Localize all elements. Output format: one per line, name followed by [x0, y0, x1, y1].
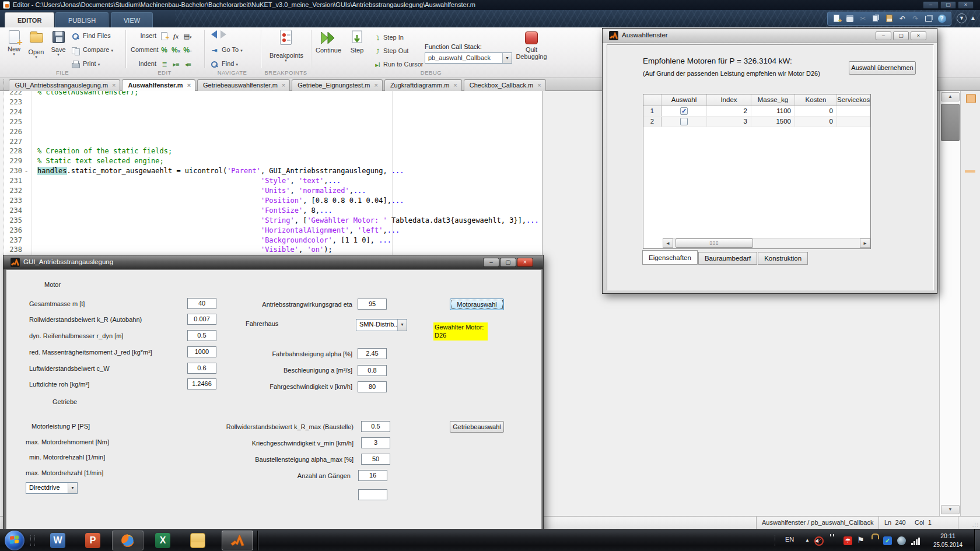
taskbar-clock[interactable]: 20:11 25.05.2014: [930, 532, 966, 549]
switch-windows-icon[interactable]: [924, 14, 933, 23]
gear-type-dropdown[interactable]: Directdrive ▾: [26, 482, 78, 494]
ribbon-collapse-icon[interactable]: ▲: [970, 15, 976, 21]
smart-indent-icon[interactable]: ≣: [160, 60, 169, 69]
main-close-button[interactable]: ×: [958, 1, 974, 9]
dropbox-icon[interactable]: ✓: [883, 536, 892, 545]
taskbar-explorer[interactable]: [182, 531, 214, 550]
quit-debugging-button[interactable]: Quit Debugging: [513, 31, 550, 60]
edit-field-fahrbahnsteigung[interactable]: 2.45: [358, 348, 387, 359]
edit-field-anzahl-gaenge[interactable]: 16: [358, 470, 387, 481]
open-button[interactable]: Open▾: [26, 30, 47, 59]
tray-grip[interactable]: [775, 535, 779, 546]
line-number[interactable]: 224: [1, 107, 22, 117]
line-number[interactable]: 222: [1, 91, 22, 97]
comment-icon[interactable]: %: [160, 46, 169, 55]
edit-field-beschleunigung[interactable]: 0.8: [358, 365, 387, 376]
scroll-down-icon[interactable]: ▼: [941, 505, 960, 514]
uncomment-icon[interactable]: %x: [172, 46, 180, 55]
indent-left-icon[interactable]: ◂≡: [183, 60, 192, 69]
tab-close-icon[interactable]: ×: [112, 82, 116, 89]
tab-Eigenschaften[interactable]: Eigenschaften: [642, 250, 698, 265]
undo-icon[interactable]: ↶: [898, 14, 907, 23]
signal-strength-icon[interactable]: [911, 536, 920, 545]
scroll-right-icon[interactable]: ►: [860, 238, 870, 248]
line-number[interactable]: 227: [1, 137, 22, 147]
editor-tab-Getriebe_Eignungstest.m[interactable]: Getriebe_Eignungstest.m×: [292, 79, 383, 91]
help-icon[interactable]: ?: [937, 14, 947, 23]
edit-field-reifenhalbmesser[interactable]: 0.5: [187, 330, 216, 341]
line-number[interactable]: 236: [1, 226, 22, 236]
taskbar-excel[interactable]: X: [147, 531, 178, 550]
edit-field-partial[interactable]: [358, 489, 387, 500]
back-icon[interactable]: [211, 30, 217, 38]
editor-tab-Getriebeauswahlfenster.m[interactable]: Getriebeauswahlfenster.m×: [197, 79, 290, 91]
paste-icon[interactable]: [884, 14, 894, 23]
auswahl-close-button[interactable]: ×: [911, 31, 926, 40]
main-maximize-button[interactable]: ▢: [940, 1, 956, 9]
taskbar-powerpoint[interactable]: P: [77, 531, 108, 550]
edit-field-wirkungsgrad[interactable]: 95: [358, 299, 387, 310]
line-number[interactable]: 235: [1, 216, 22, 226]
taskbar-word[interactable]: W: [42, 531, 74, 550]
run-to-cursor-button[interactable]: ▸IRun to Cursor: [373, 59, 423, 70]
avira-antivirus-icon[interactable]: ☂: [844, 536, 852, 545]
indent-right-icon[interactable]: ▸≡: [172, 60, 180, 69]
insert-section-icon[interactable]: +: [160, 32, 169, 41]
line-number[interactable]: 230: [1, 166, 22, 176]
main-minimize-button[interactable]: –: [923, 1, 939, 9]
editor-tab-GUI_Antriebsstrangauslegung.m[interactable]: GUI_Antriebsstrangauslegung.m×: [9, 79, 120, 91]
gui-maximize-button[interactable]: ▢: [500, 258, 516, 267]
tab-Bauraumbedarf[interactable]: Bauraumbedarf: [698, 252, 757, 265]
find-files-button[interactable]: Find Files: [71, 31, 111, 41]
taskbar-firefox[interactable]: [112, 531, 144, 550]
fahrerhaus-dropdown[interactable]: SMN-Distrib... ▾: [356, 319, 407, 331]
taskbar-matlab[interactable]: [222, 531, 253, 550]
save-button[interactable]: Save▾: [48, 30, 69, 57]
save-icon[interactable]: [845, 14, 855, 23]
insert-chart-icon[interactable]: ▤▾: [183, 32, 192, 41]
motor-table[interactable]: AuswahlIndexMasse_kgKostenServicekos 1✓2…: [643, 94, 871, 249]
edit-field-rollwiderstand[interactable]: 0.007: [187, 314, 216, 325]
step-in-button[interactable]: ⤵Step In: [373, 33, 404, 43]
tab-close-icon[interactable]: ×: [453, 82, 457, 89]
auswahl-uebernehmen-button[interactable]: Auswahl übernehmen: [849, 61, 916, 75]
cut-icon[interactable]: ✂: [858, 14, 867, 23]
step-out-button[interactable]: ⤴Step Out: [373, 46, 408, 57]
tab-close-icon[interactable]: ×: [282, 82, 285, 89]
line-number[interactable]: 234: [1, 206, 22, 216]
tab-Konstruktion[interactable]: Konstruktion: [758, 252, 808, 265]
function-call-stack-dropdown[interactable]: pb_auswahl_Callback ▾: [425, 52, 512, 64]
hscroll-thumb[interactable]: ▯▯▯: [676, 238, 753, 248]
motorauswahl-button[interactable]: Motorauswahl: [450, 299, 504, 310]
find-button[interactable]: Find ▾: [210, 59, 238, 69]
step-button[interactable]: Step: [345, 30, 369, 54]
continue-button[interactable]: Continue: [314, 30, 343, 54]
scroll-up-icon[interactable]: ▲: [941, 92, 960, 101]
edit-field-fahrgeschwindigkeit[interactable]: 80: [358, 381, 387, 392]
language-indicator[interactable]: EN: [785, 536, 794, 543]
line-number[interactable]: 237: [1, 236, 22, 245]
editor-tab-Auswahlfenster.m[interactable]: Auswahlfenster.m×: [122, 79, 195, 92]
tab-close-icon[interactable]: ×: [187, 82, 191, 89]
table-horizontal-scrollbar[interactable]: ◄ ▯▯▯ ►: [663, 238, 870, 248]
wrap-comment-icon[interactable]: %⌐: [183, 46, 192, 55]
tray-expand-icon[interactable]: ▲: [805, 538, 810, 543]
auswahl-maximize-button[interactable]: ▢: [893, 31, 909, 40]
new-script-icon[interactable]: [832, 14, 841, 23]
checkbox-unchecked[interactable]: [680, 118, 688, 125]
editor-vertical-scrollbar[interactable]: ▲ ▼: [939, 91, 961, 516]
breakpoints-button[interactable]: Breakpoints ▾: [270, 30, 302, 62]
line-number[interactable]: 223: [1, 97, 22, 107]
gui-close-button[interactable]: ×: [517, 258, 533, 267]
compare-button[interactable]: Compare ▾: [71, 45, 113, 55]
line-number[interactable]: 231: [1, 176, 22, 186]
line-number[interactable]: 232: [1, 186, 22, 196]
scrollbar-thumb[interactable]: [941, 104, 960, 141]
auswahl-minimize-button[interactable]: –: [876, 31, 891, 40]
gui-window-titlebar[interactable]: GUI_Antriebsstrangauslegung – ▢ ×: [4, 255, 543, 269]
taskbar-grip[interactable]: [30, 535, 35, 546]
getriebeauswahl-button[interactable]: Getriebeauswahl: [450, 421, 504, 433]
ribbon-tab-view[interactable]: VIEW: [111, 12, 153, 27]
line-number[interactable]: 238: [1, 245, 22, 255]
auswahl-titlebar[interactable]: Auswahlfenster – ▢ ×: [603, 29, 937, 43]
